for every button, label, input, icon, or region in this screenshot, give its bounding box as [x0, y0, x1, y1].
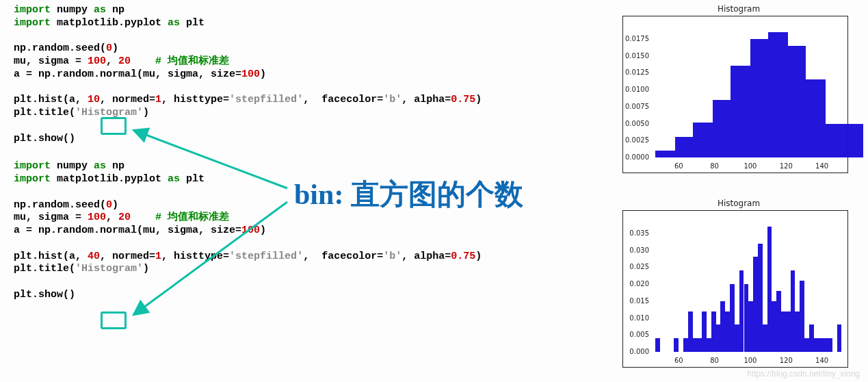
ytick: 0.005 — [623, 331, 649, 340]
ytick: 0.0075 — [623, 103, 649, 112]
t: np — [106, 4, 124, 16]
t: , facecolor= — [303, 251, 383, 262]
t: plt.hist(a, — [14, 94, 88, 105]
kw-import: import — [14, 4, 51, 16]
bar — [730, 284, 735, 352]
t — [131, 55, 155, 67]
num: 0.75 — [451, 251, 475, 262]
plot-area — [652, 22, 843, 157]
t: , alpha= — [402, 94, 451, 105]
bar — [804, 338, 809, 352]
t: plt — [180, 173, 205, 185]
ytick: 0.010 — [623, 314, 649, 322]
xtick: 60 — [674, 355, 683, 367]
ytick: 0.0175 — [623, 35, 649, 44]
xtick: 120 — [780, 160, 793, 173]
ytick: 0.035 — [623, 229, 649, 238]
xtick: 60 — [674, 160, 683, 173]
num: 0 — [106, 42, 112, 54]
watermark: https://blog.csdn.net/tiny_xiong — [747, 369, 860, 379]
bar — [772, 301, 776, 352]
bar — [788, 46, 806, 157]
num: 20 — [118, 212, 131, 223]
ytick: 0.0150 — [623, 51, 649, 60]
kw-import: import — [14, 173, 51, 185]
t: mu, sigma = — [14, 212, 88, 223]
kw-as: as — [168, 17, 180, 29]
xtick: 100 — [744, 355, 757, 367]
t: , facecolor= — [303, 94, 383, 105]
comment: # 均值和标准差 — [155, 55, 229, 67]
num: 0.75 — [451, 94, 475, 105]
bar — [823, 338, 828, 352]
t: mu, sigma = — [14, 55, 88, 67]
str: 'Histogram' — [75, 263, 143, 275]
num: 100 — [88, 212, 106, 223]
t: , normed= — [100, 251, 155, 262]
bar — [725, 311, 730, 352]
bar — [809, 324, 814, 352]
num: 100 — [88, 55, 106, 67]
bar — [683, 338, 688, 352]
t: , histtype= — [161, 251, 229, 262]
code-block-2: import numpy as np import matplotlib.pyp… — [14, 160, 581, 301]
t: plt.title( — [14, 107, 75, 118]
bar — [675, 137, 693, 157]
bar — [826, 124, 843, 158]
str: 'stepfilled' — [229, 94, 303, 105]
t: , — [106, 212, 118, 223]
t: ) — [143, 263, 149, 275]
bar — [843, 124, 863, 158]
chart-title: Histogram — [622, 4, 855, 14]
bar — [786, 311, 791, 352]
bar — [763, 324, 767, 352]
bar — [693, 123, 713, 157]
t: plt.title( — [14, 263, 75, 275]
xtick: 120 — [780, 355, 793, 367]
t: plt.show() — [14, 289, 75, 301]
bar — [814, 338, 819, 352]
bar — [731, 66, 750, 157]
num: 100 — [241, 225, 260, 236]
t: ) — [143, 107, 149, 118]
bar — [806, 79, 826, 157]
xtick: 140 — [815, 355, 828, 367]
bar — [693, 338, 698, 352]
t: ) — [475, 251, 482, 262]
bar — [768, 32, 788, 157]
xtick: 140 — [815, 160, 828, 173]
t: a = np.random.normal(mu, sigma, size= — [14, 225, 241, 236]
t: plt.show() — [14, 133, 75, 144]
num: 1 — [155, 251, 161, 262]
ytick: 0.030 — [623, 246, 649, 255]
bar — [767, 227, 772, 352]
t: np.random.seed( — [14, 199, 106, 211]
bar — [828, 338, 832, 352]
t: ) — [475, 94, 482, 105]
t: np — [106, 160, 124, 172]
ytick: 0.0100 — [623, 86, 649, 94]
bar — [716, 324, 721, 352]
ytick: 0.0125 — [623, 68, 649, 77]
bar — [800, 281, 804, 352]
bar — [702, 311, 707, 352]
t: ) — [260, 225, 266, 236]
t: matplotlib.pyplot — [51, 17, 168, 29]
t: plt — [180, 17, 205, 29]
bar — [707, 338, 711, 352]
t: numpy — [51, 4, 94, 16]
bar — [713, 100, 731, 157]
t: ) — [112, 42, 118, 54]
num: 20 — [118, 55, 131, 67]
num: 100 — [241, 68, 260, 80]
bar — [735, 324, 739, 352]
bar — [753, 257, 758, 352]
num-bin-40: 40 — [88, 251, 100, 262]
t — [131, 212, 155, 223]
bar — [739, 270, 744, 352]
str: 'b' — [383, 94, 402, 105]
ytick: 0.0050 — [623, 119, 649, 128]
str: 'b' — [383, 251, 402, 262]
bar — [791, 270, 795, 352]
num-bin-10: 10 — [88, 94, 100, 105]
